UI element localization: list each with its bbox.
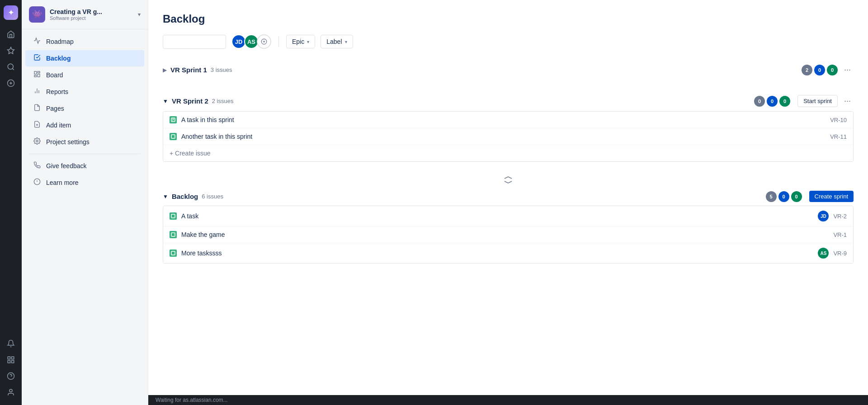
issue-list-backlog: A task JD VR-2 Make the game VR-1 More t… bbox=[163, 206, 854, 264]
issue-type-icon-vr-1 bbox=[170, 231, 177, 238]
svg-marker-0 bbox=[8, 47, 14, 54]
sidebar-item-label-roadmap: Roadmap bbox=[46, 38, 74, 45]
svg-rect-35 bbox=[171, 251, 175, 255]
sidebar-item-label-reports: Reports bbox=[46, 88, 68, 95]
issue-row-vr-10[interactable]: A task in this sprint VR-10 bbox=[163, 112, 853, 128]
svg-rect-8 bbox=[12, 361, 14, 363]
sidebar-item-give-feedback[interactable]: Give feedback bbox=[25, 158, 144, 174]
project-icon: 👾 bbox=[29, 6, 45, 23]
sidebar: 👾 Creating a VR g... Software project ▾ … bbox=[22, 0, 148, 405]
badge-todo-backlog: 5 bbox=[766, 191, 777, 202]
project-dropdown-icon[interactable]: ▾ bbox=[138, 11, 141, 18]
backlog-name: Backlog bbox=[172, 193, 198, 200]
sprint-toggle-vr-sprint-1[interactable]: ▶ bbox=[163, 67, 167, 73]
backlog-badges: 5 0 0 bbox=[766, 191, 802, 202]
badge-done-sprint2: 0 bbox=[779, 96, 790, 107]
sprint-badges-vr-sprint-1: 2 0 0 bbox=[802, 65, 838, 75]
svg-rect-9 bbox=[8, 361, 10, 363]
app-logo[interactable]: ✦ bbox=[4, 5, 18, 20]
sidebar-item-reports[interactable]: Reports bbox=[25, 84, 144, 100]
project-type: Software project bbox=[50, 15, 133, 21]
sprint-toggle-vr-sprint-2[interactable]: ▼ bbox=[163, 98, 168, 104]
sprint-header-vr-sprint-1: ▶ VR Sprint 1 3 issues 2 0 0 ··· bbox=[163, 60, 854, 80]
issue-type-icon-vr-11 bbox=[170, 133, 177, 140]
settings-icon bbox=[33, 137, 42, 146]
backlog-section: ▼ Backlog 6 issues 5 0 0 Create sprint A… bbox=[163, 187, 854, 264]
sprint-name-vr-sprint-2: VR Sprint 2 bbox=[172, 97, 208, 105]
backlog-toggle[interactable]: ▼ bbox=[163, 193, 168, 200]
sidebar-item-board[interactable]: Board bbox=[25, 67, 144, 83]
account-icon[interactable] bbox=[4, 385, 18, 400]
svg-rect-34 bbox=[171, 233, 175, 236]
svg-point-22 bbox=[36, 140, 38, 142]
issue-list-sprint2: A task in this sprint VR-10 Another task… bbox=[163, 111, 854, 162]
issue-id-vr-10: VR-10 bbox=[830, 117, 847, 123]
badge-done-sprint1: 0 bbox=[827, 65, 838, 75]
sprint-more-button-sprint2[interactable]: ··· bbox=[841, 94, 854, 108]
issue-type-icon-vr-10 bbox=[170, 116, 177, 123]
add-item-icon bbox=[33, 121, 42, 130]
issue-title-vr-11: Another task in this sprint bbox=[181, 133, 826, 140]
sidebar-item-label-backlog: Backlog bbox=[46, 55, 71, 62]
add-rail-icon[interactable] bbox=[4, 76, 18, 90]
home-icon[interactable] bbox=[4, 27, 18, 42]
sprint-more-button-sprint1[interactable]: ··· bbox=[841, 63, 854, 76]
create-issue-label-sprint2: + Create issue bbox=[170, 150, 211, 157]
notification-icon[interactable] bbox=[4, 336, 18, 351]
issue-id-vr-11: VR-11 bbox=[830, 133, 847, 140]
backlog-icon bbox=[33, 54, 42, 63]
sidebar-item-label-add-item: Add item bbox=[46, 122, 71, 129]
label-chevron-icon: ▾ bbox=[345, 39, 347, 44]
sidebar-item-learn-more[interactable]: Learn more bbox=[25, 174, 144, 191]
sidebar-item-roadmap[interactable]: Roadmap bbox=[25, 33, 144, 50]
main-content-area: Backlog JD AS Epic ▾ La bbox=[148, 0, 868, 405]
star-icon[interactable] bbox=[4, 43, 18, 58]
issue-row-vr-1[interactable]: Make the game VR-1 bbox=[163, 226, 853, 243]
apps-icon[interactable] bbox=[4, 353, 18, 367]
sidebar-item-backlog[interactable]: Backlog bbox=[25, 50, 144, 66]
avatar-add[interactable] bbox=[257, 34, 271, 49]
issue-title-vr-2: A task bbox=[181, 212, 813, 220]
pages-icon bbox=[33, 104, 42, 113]
svg-rect-6 bbox=[8, 357, 10, 359]
issue-row-vr-9[interactable]: More taskssss AS VR-9 bbox=[163, 243, 853, 263]
sprint-header-vr-sprint-2: ▼ VR Sprint 2 2 issues 0 0 0 Start sprin… bbox=[163, 91, 854, 111]
sidebar-item-label-give-feedback: Give feedback bbox=[46, 162, 87, 170]
badge-done-backlog: 0 bbox=[791, 191, 802, 202]
status-text: Waiting for as.atlassian.com... bbox=[156, 397, 228, 403]
svg-rect-32 bbox=[171, 135, 175, 138]
resizer[interactable] bbox=[163, 173, 854, 187]
sidebar-item-add-item[interactable]: Add item bbox=[25, 117, 144, 133]
page-title: Backlog bbox=[163, 13, 854, 25]
issue-assignee-vr-2: JD bbox=[818, 211, 829, 221]
toolbar-divider bbox=[278, 36, 279, 47]
sprint-section-vr-sprint-2: ▼ VR Sprint 2 2 issues 0 0 0 Start sprin… bbox=[163, 91, 854, 162]
roadmap-icon bbox=[33, 37, 42, 46]
issue-id-vr-9: VR-9 bbox=[833, 250, 847, 257]
toolbar: JD AS Epic ▾ Label ▾ bbox=[163, 34, 854, 49]
sidebar-item-pages[interactable]: Pages bbox=[25, 100, 144, 117]
search-box[interactable] bbox=[163, 35, 226, 49]
start-sprint-button[interactable]: Start sprint bbox=[797, 95, 838, 107]
avatar-group: JD AS bbox=[231, 34, 271, 49]
badge-todo-sprint2: 0 bbox=[754, 96, 765, 107]
epic-filter-button[interactable]: Epic ▾ bbox=[286, 35, 315, 48]
search-rail-icon[interactable] bbox=[4, 60, 18, 74]
sidebar-item-project-settings[interactable]: Project settings bbox=[25, 134, 144, 150]
issue-row-vr-11[interactable]: Another task in this sprint VR-11 bbox=[163, 128, 853, 145]
help-icon[interactable] bbox=[4, 369, 18, 383]
badge-inprogress-backlog: 0 bbox=[778, 191, 789, 202]
sprint-badges-vr-sprint-2: 0 0 0 bbox=[754, 96, 790, 107]
issue-row-vr-2[interactable]: A task JD VR-2 bbox=[163, 206, 853, 226]
label-filter-label: Label bbox=[326, 38, 342, 45]
create-sprint-button[interactable]: Create sprint bbox=[809, 191, 854, 202]
create-issue-row-sprint2[interactable]: + Create issue bbox=[163, 145, 853, 161]
sprint-count-vr-sprint-2: 2 issues bbox=[212, 98, 234, 104]
issue-type-icon-vr-9 bbox=[170, 250, 177, 257]
sidebar-item-label-project-settings: Project settings bbox=[46, 138, 90, 146]
svg-rect-33 bbox=[171, 214, 175, 218]
project-info: Creating a VR g... Software project bbox=[50, 8, 133, 21]
svg-point-12 bbox=[9, 389, 12, 392]
label-filter-button[interactable]: Label ▾ bbox=[321, 35, 353, 48]
issue-assignee-vr-9: AS bbox=[818, 248, 829, 259]
